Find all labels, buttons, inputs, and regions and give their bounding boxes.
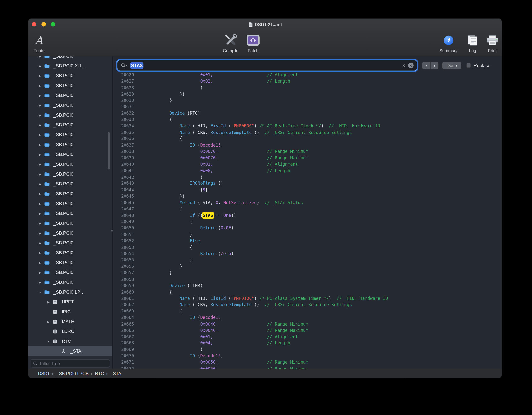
disclosure-triangle-icon[interactable]: ▶ [38,74,42,77]
sidebar-item-hpet[interactable]: ▶HPET [28,297,112,307]
breadcrumb-item[interactable]: DSDT [38,371,50,376]
sidebar-item--sb-pci0[interactable]: ▶_SB.PCI0 [28,248,112,258]
disclosure-triangle-icon[interactable]: ▶ [46,300,51,304]
sidebar-item-rtc[interactable]: ▼RTC [28,336,112,346]
disclosure-triangle-icon[interactable]: ▶ [38,153,42,156]
folder-icon [44,221,50,226]
previous-match-button[interactable]: ‹ [422,62,431,69]
close-window-button[interactable] [32,22,36,27]
disclosure-triangle-icon[interactable]: ▶ [38,281,42,284]
code-area[interactable]: 20626 0x01, // Alignment20627 0x02, // L… [113,72,502,369]
code-line: 20635 Name (_CRS, ResourceTemplate () //… [113,129,502,136]
disclosure-triangle-icon[interactable]: ▼ [46,340,51,343]
sidebar-item--sb-pci0[interactable]: ▶_SB.PCI0 [28,169,112,179]
sidebar-item--sb-pci0[interactable]: ▶_SB.PCI0 [28,179,112,189]
sidebar-item--sb-pci0[interactable]: ▶_SB.PCI0 [28,258,112,267]
breadcrumb-item[interactable]: RTC [95,371,104,376]
disclosure-triangle-icon[interactable]: ▶ [38,261,42,264]
toolbar-item-fonts[interactable]: A Fonts [28,32,52,53]
window-header: DSDT-21.aml A Fonts Compile [28,19,502,57]
breadcrumb-item[interactable]: _STA [110,371,121,376]
sidebar-item--sb-pci0[interactable]: ▶_SB.PCI0 [28,130,112,140]
clear-search-icon[interactable]: ✕ [408,63,414,68]
disclosure-triangle-icon[interactable]: ▶ [38,212,42,215]
sidebar-item-label: HPET [62,299,74,305]
disclosure-triangle-icon[interactable]: ▶ [38,231,42,235]
disclosure-triangle-icon[interactable]: ▶ [38,113,42,117]
disclosure-triangle-icon[interactable]: ▶ [38,133,42,136]
sidebar-item--sb-pci0[interactable]: ▶_SB.PCI0 [28,189,112,199]
disclosure-triangle-icon[interactable]: ▶ [38,64,42,68]
code-line: 20644 {8} [113,187,502,193]
sidebar-item--sb-pci0[interactable]: ▶_SB.PCI0 [28,120,112,130]
disclosure-triangle-icon[interactable]: ▶ [38,251,42,254]
code-text: IO (Decode16, [139,353,223,359]
disclosure-triangle-icon[interactable]: ▶ [38,241,42,245]
breadcrumb-item[interactable]: _SB.PCI0.LPCB [56,371,89,376]
disclosure-triangle-icon[interactable]: ▶ [38,172,42,176]
disclosure-triangle-icon[interactable]: ▶ [46,320,51,323]
filter-tree-input[interactable] [39,360,107,366]
disclosure-triangle-icon[interactable]: ▶ [38,104,42,107]
disclosure-triangle-icon[interactable]: ▶ [38,143,42,146]
filter-tree-field[interactable] [31,359,110,368]
sidebar-item--sb-pci0[interactable]: ▶_SB.PCI0 [28,56,112,61]
sidebar-item-math[interactable]: ▶MATH [28,317,112,326]
sidebar-item-label: RTC [62,339,71,344]
disclosure-triangle-icon[interactable]: ▶ [38,163,42,166]
sidebar-item--sb-pci0[interactable]: ▶_SB.PCI0 [28,218,112,228]
sidebar-item--sb-pci0-xh-[interactable]: ▶_SB.PCI0.XH… [28,61,112,71]
zoom-window-button[interactable] [51,22,55,27]
sidebar-item--sb-pci0[interactable]: ▶_SB.PCI0 [28,267,112,277]
sidebar-item--sb-pci0[interactable]: ▶_SB.PCI0 [28,277,112,287]
next-match-button[interactable]: › [431,62,438,69]
sidebar-item--sb-pci0[interactable]: ▶_SB.PCI0 [28,208,112,218]
disclosure-triangle-icon[interactable]: ▶ [38,84,42,87]
sidebar-item--sb-pci0[interactable]: ▶_SB.PCI0 [28,199,112,208]
disclosure-triangle-icon[interactable]: ▶ [38,192,42,195]
sidebar-item--sb-pci0[interactable]: ▶_SB.PCI0 [28,81,112,90]
line-number: 20640 [113,161,134,168]
toolbar-item-print[interactable]: Print [480,32,502,53]
device-icon [53,309,59,314]
disclosure-triangle-icon[interactable]: ▶ [38,271,42,274]
editor-pane: STAS 3 ✕ ‹ › Done Replace 20626 0x01, //… [113,56,502,369]
sidebar-item--sb-pci0[interactable]: ▶_SB.PCI0 [28,159,112,169]
done-button[interactable]: Done [442,62,462,70]
disclosure-triangle-icon[interactable]: ▶ [38,202,42,205]
sidebar-item--sb-pci0-lp-[interactable]: ▼_SB.PCI0.LP… [28,287,112,297]
sidebar-item--sb-pci0[interactable]: ▶_SB.PCI0 [28,140,112,149]
folder-icon [44,112,50,118]
disclosure-triangle-icon[interactable]: ▶ [38,56,42,58]
folder-icon [44,289,50,295]
sidebar-item-ipic[interactable]: IPIC [28,307,112,317]
disclosure-triangle-icon[interactable]: ▶ [38,94,42,97]
sidebar-item--sb-pci0[interactable]: ▶_SB.PCI0 [28,100,112,110]
search-input[interactable]: STAS 3 ✕ [117,60,417,70]
disclosure-triangle-icon[interactable]: ▶ [38,123,42,127]
toolbar-item-summary[interactable]: i Summary [433,32,464,53]
sidebar-item--sb-pci0[interactable]: ▶_SB.PCI0 [28,228,112,238]
sidebar-item--sta[interactable]: _STA [28,346,112,356]
sidebar-item--sb-pci0[interactable]: ▶_SB.PCI0 [28,238,112,248]
toolbar-item-patch[interactable]: Patch [239,32,266,53]
titlebar[interactable]: DSDT-21.aml [28,19,502,30]
disclosure-triangle-icon[interactable]: ▶ [38,222,42,225]
folder-icon [44,250,50,255]
disclosure-triangle-icon[interactable]: ▶ [38,182,42,186]
search-options-icon[interactable] [121,63,128,68]
disclosure-triangle-icon[interactable]: ▼ [38,290,42,294]
sidebar-scrollbar[interactable] [108,132,110,170]
minimize-window-button[interactable] [41,22,46,27]
code-text: 0x01, // Alignment [139,334,298,340]
sidebar-item--sb-pci0[interactable]: ▶_SB.PCI0 [28,110,112,120]
code-line: 20660 { [113,289,502,296]
line-number: 20662 [113,302,134,308]
replace-checkbox[interactable] [466,63,471,68]
sidebar-item--sb-pci0[interactable]: ▶_SB.PCI0 [28,90,112,100]
sidebar-item--sb-pci0[interactable]: ▶_SB.PCI0 [28,71,112,81]
line-number: 20651 [113,232,134,238]
sidebar-item--sb-pci0[interactable]: ▶_SB.PCI0 [28,149,112,159]
sidebar-item-ldrc[interactable]: LDRC [28,326,112,336]
sidebar-item-label: _SB.PCI0 [53,122,73,128]
